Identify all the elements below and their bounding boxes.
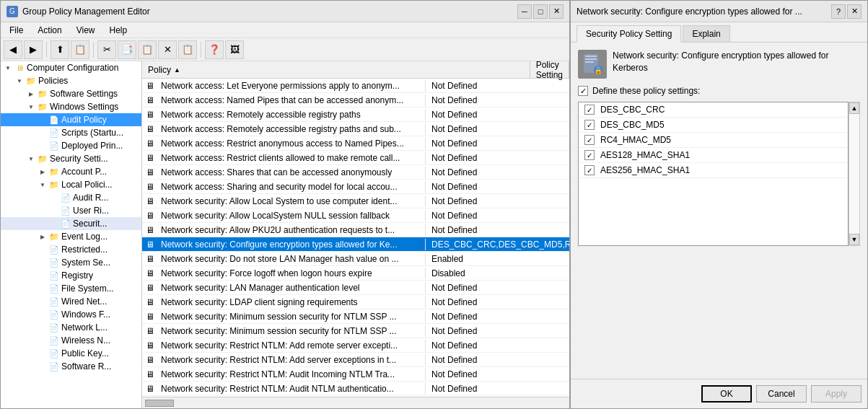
- table-row[interactable]: 🖥 Network access: Sharing and security m…: [142, 180, 569, 194]
- sidebar-item-public-key[interactable]: 📄 Public Key...: [1, 347, 141, 360]
- sidebar-item-software-r[interactable]: 📄 Software R...: [1, 360, 141, 373]
- policy-name: Network security: LDAP client signing re…: [158, 296, 425, 308]
- tab-explain[interactable]: Explain: [683, 25, 729, 42]
- row-icon: 🖥: [142, 283, 158, 293]
- table-row[interactable]: 🖥 Network security: Restrict NTLM: Audit…: [142, 367, 569, 382]
- table-row[interactable]: 🖥 Network security: Minimum session secu…: [142, 309, 569, 324]
- table-row[interactable]: 🖥 Network security: Allow Local System t…: [142, 194, 569, 208]
- sidebar-item-policies[interactable]: ▼ 📁 Policies: [1, 74, 141, 87]
- horizontal-scrollbar[interactable]: [142, 397, 569, 408]
- table-row[interactable]: 🖥 Network access: Named Pipes that can b…: [142, 93, 569, 107]
- enc-item-3[interactable]: AES128_HMAC_SHA1: [579, 148, 848, 163]
- scroll-thumb[interactable]: [145, 400, 174, 407]
- close-button[interactable]: ✕: [549, 4, 564, 19]
- enc-checkbox-4[interactable]: [584, 165, 595, 175]
- define-policy-label: Define these policy settings:: [592, 86, 700, 96]
- cut-button[interactable]: ✂: [97, 40, 116, 59]
- table-row[interactable]: 🖥 Network security: Do not store LAN Man…: [142, 252, 569, 266]
- table-row[interactable]: 🖥 Network security: LDAP client signing …: [142, 295, 569, 309]
- menu-view[interactable]: View: [71, 24, 101, 37]
- sidebar-label-software-settings: Software Settings: [50, 89, 118, 99]
- dialog-help-button[interactable]: ?: [831, 4, 846, 19]
- enc-item-2[interactable]: RC4_HMAC_MD5: [579, 133, 848, 148]
- menu-action[interactable]: Action: [32, 24, 67, 37]
- sidebar-item-user-rights[interactable]: 📄 User Ri...: [1, 204, 141, 217]
- sidebar-item-security-settings[interactable]: ▼ 📁 Security Setti...: [1, 152, 141, 165]
- define-policy-checkbox[interactable]: [578, 86, 588, 96]
- enc-checkbox-2[interactable]: [584, 135, 595, 145]
- page-icon: 📄: [48, 140, 60, 151]
- sidebar-item-wireless[interactable]: 📄 Wireless N...: [1, 334, 141, 347]
- sidebar-item-deployed[interactable]: 📄 Deployed Prin...: [1, 139, 141, 152]
- setting-column-header[interactable]: Policy Setting: [530, 61, 569, 78]
- sidebar-item-restricted[interactable]: 📄 Restricted...: [1, 243, 141, 256]
- table-row[interactable]: 🖥 Network security: Restrict NTLM: Audit…: [142, 382, 569, 396]
- sidebar-item-system-services[interactable]: 📄 System Se...: [1, 256, 141, 269]
- properties-button[interactable]: 📋: [178, 40, 197, 59]
- forward-button[interactable]: ▶: [24, 40, 43, 59]
- enc-checkbox-0[interactable]: [584, 105, 595, 115]
- sidebar-item-security-options[interactable]: 📄 Securit...: [1, 217, 141, 230]
- enc-checkbox-3[interactable]: [584, 150, 595, 160]
- sidebar-item-account-policies[interactable]: ▶ 📁 Account P...: [1, 165, 141, 178]
- table-row[interactable]: 🖥 Network access: Shares that can be acc…: [142, 165, 569, 180]
- minimize-button[interactable]: ─: [517, 4, 532, 19]
- enc-item-1[interactable]: DES_CBC_MD5: [579, 118, 848, 133]
- tab-security-policy-setting[interactable]: Security Policy Setting: [577, 25, 681, 43]
- row-icon: 🖥: [142, 355, 158, 365]
- sidebar-item-local-policies[interactable]: ▼ 📁 Local Polici...: [1, 178, 141, 191]
- sidebar-item-computer-config[interactable]: ▼ 🖥 Computer Configuration: [1, 61, 141, 74]
- sidebar-item-scripts[interactable]: 📄 Scripts (Startu...: [1, 126, 141, 139]
- table-row[interactable]: 🖥 Network security: Minimum session secu…: [142, 324, 569, 338]
- sidebar-item-event-log[interactable]: ▶ 📁 Event Log...: [1, 230, 141, 243]
- cancel-button[interactable]: Cancel: [756, 385, 807, 403]
- menu-help[interactable]: Help: [104, 24, 133, 37]
- sidebar-item-file-system[interactable]: 📄 File System...: [1, 282, 141, 295]
- copy-button[interactable]: 📑: [118, 40, 136, 59]
- back-button[interactable]: ◀: [4, 40, 22, 59]
- policy-column-header[interactable]: Policy ▲: [142, 61, 530, 78]
- table-row[interactable]: 🖥 Network security: Restrict NTLM: Add s…: [142, 353, 569, 367]
- sidebar-item-windows-settings[interactable]: ▼ 📁 Windows Settings: [1, 100, 141, 113]
- maximize-button[interactable]: □: [533, 4, 548, 19]
- table-row[interactable]: 🖥 Network security: Force logoff when lo…: [142, 266, 569, 281]
- row-icon: 🖥: [142, 211, 158, 221]
- row-icon: 🖥: [142, 384, 158, 394]
- table-row[interactable]: 🖥 Network security: Restrict NTLM: Add r…: [142, 338, 569, 353]
- sidebar-item-wired-net[interactable]: 📄 Wired Net...: [1, 295, 141, 308]
- sidebar-item-windows-firewall[interactable]: 📄 Windows F...: [1, 308, 141, 321]
- up-button[interactable]: ⬆: [51, 40, 69, 59]
- help-button[interactable]: ❓: [205, 40, 224, 59]
- sidebar-label-account: Account P...: [61, 167, 107, 177]
- sidebar-label-security-options: Securit...: [73, 219, 107, 229]
- list-scroll-up[interactable]: ▲: [849, 102, 859, 114]
- ok-button[interactable]: OK: [701, 385, 752, 403]
- sidebar-item-software-settings[interactable]: ▶ 📁 Software Settings: [1, 87, 141, 100]
- enc-item-0[interactable]: DES_CBC_CRC: [579, 102, 848, 118]
- view-button[interactable]: 🖼: [225, 40, 244, 59]
- row-icon: 🖥: [142, 138, 158, 149]
- sidebar-item-audit-policy[interactable]: 📄 Audit Policy: [1, 113, 141, 126]
- policy-setting: Not Defined: [425, 109, 569, 120]
- apply-button[interactable]: Apply: [811, 385, 862, 403]
- list-scroll-down[interactable]: ▼: [849, 234, 859, 245]
- table-row[interactable]: 🖥 Network security: LAN Manager authenti…: [142, 281, 569, 295]
- paste-button[interactable]: 📋: [138, 40, 157, 59]
- menu-file[interactable]: File: [4, 24, 29, 37]
- enc-checkbox-1[interactable]: [584, 120, 595, 130]
- table-row[interactable]: 🖥 Network access: Let Everyone permissio…: [142, 79, 569, 93]
- delete-button[interactable]: ✕: [158, 40, 177, 59]
- table-row[interactable]: 🖥 Network access: Remotely accessible re…: [142, 122, 569, 136]
- table-row[interactable]: 🖥 Network access: Restrict anonymous acc…: [142, 136, 569, 151]
- table-row[interactable]: 🖥 Network security: Allow LocalSystem NU…: [142, 208, 569, 223]
- enc-item-4[interactable]: AES256_HMAC_SHA1: [579, 163, 848, 178]
- table-row[interactable]: 🖥 Network security: Allow PKU2U authenti…: [142, 223, 569, 237]
- dialog-close-button[interactable]: ✕: [847, 4, 862, 19]
- table-row[interactable]: 🖥 Network access: Remotely accessible re…: [142, 107, 569, 122]
- sidebar-item-audit-r[interactable]: 📄 Audit R...: [1, 191, 141, 204]
- table-row-selected[interactable]: 🖥 Network security: Configure encryption…: [142, 237, 569, 252]
- sidebar-item-registry[interactable]: 📄 Registry: [1, 269, 141, 282]
- sidebar-item-network-list[interactable]: 📄 Network L...: [1, 321, 141, 334]
- table-row[interactable]: 🖥 Network access: Restrict clients allow…: [142, 151, 569, 165]
- show-hide-button[interactable]: 📋: [71, 40, 89, 59]
